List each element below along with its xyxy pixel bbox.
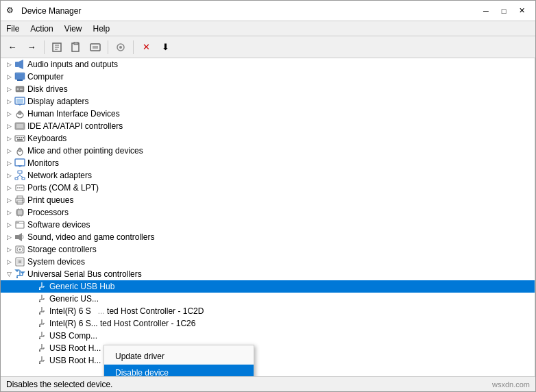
tree-item-usb-generic1[interactable]: Generic USB Hub xyxy=(1,280,535,293)
svg-rect-80 xyxy=(39,289,40,290)
toolbar-back[interactable]: ← xyxy=(3,39,21,56)
expand-sound[interactable]: ▷ xyxy=(3,232,14,243)
context-menu-update-driver[interactable]: Update driver xyxy=(104,348,254,365)
label-disk: Disk drives xyxy=(27,84,68,94)
icon-monitors xyxy=(14,158,25,169)
svg-rect-85 xyxy=(39,350,40,352)
toolbar-scan[interactable] xyxy=(67,39,85,56)
toolbar-disable[interactable]: ✕ xyxy=(137,39,155,56)
tree-item-ports[interactable]: ▷ Ports (COM & LPT) xyxy=(1,182,535,194)
expand-audio[interactable]: ▷ xyxy=(3,59,14,70)
toolbar-update[interactable] xyxy=(86,39,104,56)
icon-usb-comp xyxy=(36,330,47,341)
svg-rect-28 xyxy=(16,124,23,128)
label-usb-generic1: Generic USB Hub xyxy=(49,282,114,291)
menu-file[interactable]: File xyxy=(1,23,25,35)
menu-action[interactable]: Action xyxy=(25,23,58,35)
expand-ports[interactable]: ▷ xyxy=(3,182,14,193)
title-bar-controls: ─ □ ✕ xyxy=(478,4,530,18)
close-button[interactable]: ✕ xyxy=(513,4,530,18)
expand-ide[interactable]: ▷ xyxy=(3,121,14,132)
svg-point-49 xyxy=(19,187,21,188)
tree-item-processors[interactable]: ▷ Processors xyxy=(1,206,535,219)
svg-rect-30 xyxy=(16,137,18,138)
tree-item-printq[interactable]: ▷ Print queues xyxy=(1,194,535,206)
svg-rect-56 xyxy=(18,210,22,215)
expand-usb-root2[interactable] xyxy=(25,355,36,366)
tree-item-usb-comp[interactable]: USB Comp... xyxy=(1,330,535,342)
tree-item-usb-generic2[interactable]: Generic US... xyxy=(1,293,535,305)
icon-ide xyxy=(14,121,25,132)
tree-item-audio[interactable]: ▷ Audio inputs and outputs xyxy=(1,58,535,71)
svg-line-45 xyxy=(16,175,20,177)
expand-usb-generic2[interactable] xyxy=(25,293,36,304)
expand-usb-intel2[interactable] xyxy=(25,318,36,329)
tree-item-display[interactable]: ▷ Display adapters xyxy=(1,95,535,108)
maximize-button[interactable]: □ xyxy=(496,4,512,18)
tree-item-disk[interactable]: ▷ Disk drives xyxy=(1,83,535,95)
menu-help[interactable]: Help xyxy=(88,23,116,35)
svg-rect-42 xyxy=(15,177,18,180)
tree-item-storage[interactable]: ▷ Storage controllers xyxy=(1,243,535,256)
tree-item-computer[interactable]: ▷ Computer xyxy=(1,71,535,83)
expand-computer[interactable]: ▷ xyxy=(3,71,14,82)
device-tree[interactable]: ▷ Audio inputs and outputs ▷ Computer ▷ … xyxy=(1,58,535,376)
tree-item-mice[interactable]: ▷ Mice and other pointing devices xyxy=(1,145,535,157)
icon-network xyxy=(14,170,25,181)
tree-item-usb-intel2[interactable]: Intel(R) 6 S... ted Host Controller - 1C… xyxy=(1,317,535,330)
expand-disk[interactable]: ▷ xyxy=(3,84,14,95)
expand-usb-generic1[interactable] xyxy=(25,281,36,292)
label-software: Software devices xyxy=(27,220,90,230)
svg-point-48 xyxy=(17,187,19,188)
label-ports: Ports (COM & LPT) xyxy=(27,183,99,193)
icon-keyboards xyxy=(14,133,25,144)
label-sound: Sound, video and game controllers xyxy=(27,232,154,242)
label-usb-root2: USB Root H... xyxy=(49,356,101,365)
menu-view[interactable]: View xyxy=(59,23,88,35)
expand-keyboards[interactable]: ▷ xyxy=(3,133,14,144)
tree-item-usb-root2[interactable]: USB Root H... xyxy=(1,354,535,367)
expand-usb[interactable]: ▽ xyxy=(3,269,14,280)
tree-item-ide[interactable]: ▷ IDE ATA/ATAPI controllers xyxy=(1,120,535,132)
expand-display[interactable]: ▷ xyxy=(3,96,14,107)
tree-item-hid[interactable]: ▷ Human Interface Devices xyxy=(1,108,535,120)
status-bar: Disables the selected device. wsxdn.com xyxy=(1,376,535,391)
tree-item-monitors[interactable]: ▷ Monitors xyxy=(1,157,535,169)
toolbar-arrow-down[interactable]: ⬇ xyxy=(156,39,174,56)
expand-system[interactable]: ▷ xyxy=(3,256,14,267)
label-storage: Storage controllers xyxy=(27,245,97,254)
expand-processors[interactable]: ▷ xyxy=(3,207,14,218)
expand-software[interactable]: ▷ xyxy=(3,219,14,230)
tree-item-sound[interactable]: ▷ Sound, video and game controllers xyxy=(1,231,535,243)
icon-usb-root1 xyxy=(36,343,47,354)
expand-usb-comp[interactable] xyxy=(25,330,36,341)
expand-storage[interactable]: ▷ xyxy=(3,244,14,255)
tree-item-usb-root1[interactable]: USB Root H... xyxy=(1,342,535,354)
svg-rect-81 xyxy=(39,301,40,302)
menu-bar: File Action View Help xyxy=(1,21,535,36)
toolbar-forward[interactable]: → xyxy=(23,39,40,56)
expand-monitors[interactable]: ▷ xyxy=(3,158,14,169)
expand-hid[interactable]: ▷ xyxy=(3,108,14,119)
label-audio: Audio inputs and outputs xyxy=(27,60,118,69)
expand-usb-root1[interactable] xyxy=(25,343,36,354)
tree-item-keyboards[interactable]: ▷ Keyboards xyxy=(1,132,535,145)
toolbar-show-hidden[interactable] xyxy=(112,39,130,56)
svg-rect-86 xyxy=(39,363,40,364)
context-menu-disable-device[interactable]: Disable device xyxy=(104,365,254,376)
expand-mice[interactable]: ▷ xyxy=(3,145,14,156)
tree-item-usb[interactable]: ▽ Universal Serial Bus controllers xyxy=(1,268,535,280)
toolbar-properties[interactable] xyxy=(48,39,66,56)
content-area: ▷ Audio inputs and outputs ▷ Computer ▷ … xyxy=(1,58,535,376)
icon-ports xyxy=(14,182,25,193)
expand-network[interactable]: ▷ xyxy=(3,170,14,181)
tree-item-network[interactable]: ▷ Network adapters xyxy=(1,169,535,182)
expand-printq[interactable]: ▷ xyxy=(3,195,14,206)
label-display: Display adapters xyxy=(27,97,88,106)
tree-item-software[interactable]: ▷ Software devices xyxy=(1,219,535,231)
icon-usb xyxy=(14,269,25,280)
minimize-button[interactable]: ─ xyxy=(478,4,494,18)
tree-item-usb-intel1[interactable]: Intel(R) 6 S...... ted Host Controller -… xyxy=(1,305,535,317)
tree-item-system[interactable]: ▷ System devices xyxy=(1,256,535,268)
expand-usb-intel1[interactable] xyxy=(25,306,36,317)
